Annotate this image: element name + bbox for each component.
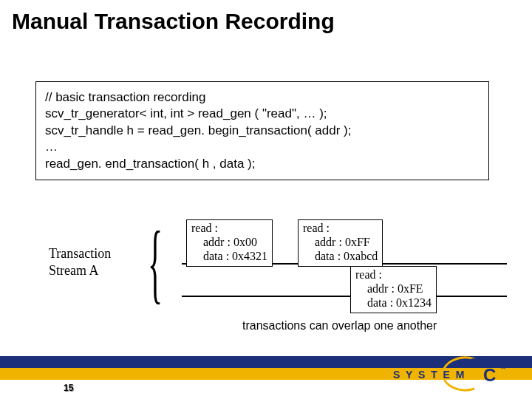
transaction-box: read : addr : 0x00 data : 0x4321 bbox=[186, 219, 273, 267]
slide-footer: 15 S Y S T E M C ™ bbox=[0, 356, 532, 399]
timeline-row bbox=[182, 296, 507, 297]
code-line: … bbox=[45, 139, 480, 155]
transaction-field: data : 0x1234 bbox=[355, 296, 432, 310]
transaction-field: addr : 0xFE bbox=[355, 282, 432, 296]
stream-label: Transaction Stream A bbox=[49, 245, 111, 279]
logo-c-text: C bbox=[483, 365, 496, 385]
transaction-field: addr : 0xFF bbox=[303, 236, 378, 250]
brace-icon: { bbox=[148, 219, 163, 307]
transaction-box: read : addr : 0xFE data : 0x1234 bbox=[350, 266, 437, 313]
logo-svg: S Y S T E M C ™ bbox=[393, 356, 519, 392]
stream-label-line: Stream A bbox=[49, 262, 111, 279]
code-box: // basic transaction recording scv_tr_ge… bbox=[35, 81, 489, 180]
caption-text: transactions can overlap one another bbox=[242, 319, 437, 332]
transaction-field: addr : 0x00 bbox=[191, 236, 267, 250]
code-line: scv_tr_generator< int, int > read_gen ( … bbox=[45, 106, 480, 122]
systemc-logo: S Y S T E M C ™ bbox=[393, 356, 519, 395]
transaction-box: read : addr : 0xFF data : 0xabcd bbox=[298, 219, 383, 267]
logo-tm-text: ™ bbox=[499, 365, 506, 372]
logo-dot-icon bbox=[471, 358, 475, 363]
code-line: read_gen. end_transaction( h , data ); bbox=[45, 156, 480, 172]
logo-brand-text: S Y S T E M bbox=[393, 369, 466, 381]
page-number: 15 bbox=[64, 383, 73, 393]
transaction-header: read : bbox=[303, 222, 378, 236]
code-line: // basic transaction recording bbox=[45, 89, 480, 106]
transaction-header: read : bbox=[191, 222, 267, 236]
transaction-header: read : bbox=[355, 268, 432, 282]
code-line: scv_tr_handle h = read_gen. begin_transa… bbox=[45, 123, 480, 139]
transaction-field: data : 0xabcd bbox=[303, 250, 378, 264]
page-title: Manual Transaction Recording bbox=[12, 9, 335, 34]
stream-label-line: Transaction bbox=[49, 245, 111, 262]
transaction-field: data : 0x4321 bbox=[191, 250, 267, 264]
slide: Manual Transaction Recording // basic tr… bbox=[0, 0, 532, 399]
